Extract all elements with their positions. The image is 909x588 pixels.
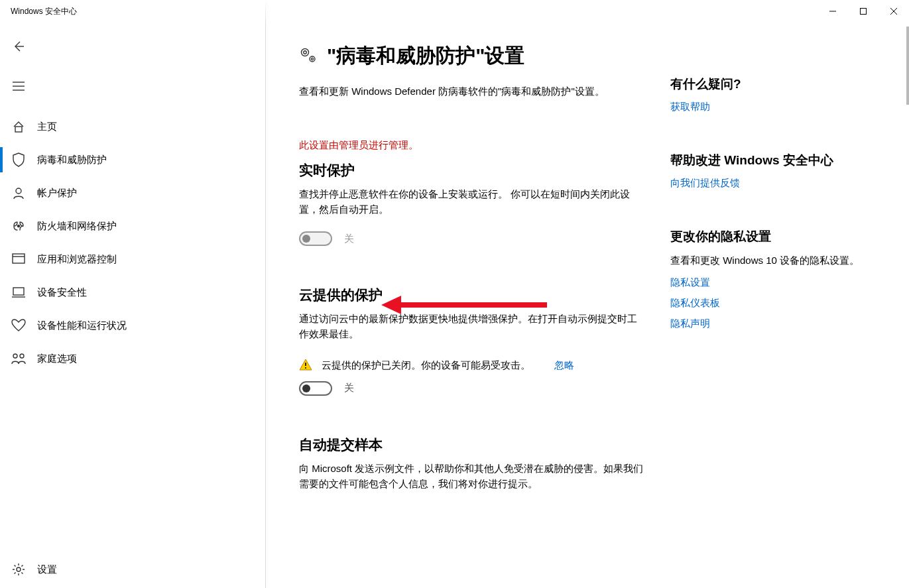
svg-point-10 <box>18 225 20 227</box>
dismiss-link[interactable]: 忽略 <box>554 359 574 372</box>
browser-icon <box>0 253 37 265</box>
shield-icon <box>0 152 37 167</box>
svg-point-21 <box>310 56 315 62</box>
sidebar-item-label: 设备安全性 <box>37 286 87 299</box>
health-icon <box>0 319 37 332</box>
privacy-statement-link[interactable]: 隐私声明 <box>670 318 882 330</box>
svg-rect-11 <box>13 254 25 263</box>
warning-icon <box>299 358 312 373</box>
svg-point-24 <box>305 367 306 369</box>
sidebar: 主页 病毒和威胁防护 帐户保护 防火墙和网络保护 应用和浏览器控制 设备安全性 <box>0 23 265 588</box>
back-button[interactable] <box>3 30 34 62</box>
svg-point-19 <box>302 48 309 56</box>
sidebar-item-device-security[interactable]: 设备安全性 <box>0 276 265 309</box>
section-sample: 自动提交样本 向 Microsoft 发送示例文件，以帮助你和其他人免受潜在威胁… <box>299 436 644 492</box>
svg-rect-8 <box>15 127 22 132</box>
section-heading-sample: 自动提交样本 <box>299 436 644 454</box>
side-help-heading: 有什么疑问? <box>670 76 882 93</box>
sidebar-item-family[interactable]: 家庭选项 <box>0 342 265 375</box>
sidebar-item-account[interactable]: 帐户保护 <box>0 176 265 209</box>
feedback-link[interactable]: 向我们提供反馈 <box>670 177 882 190</box>
sidebar-item-app-browser[interactable]: 应用和浏览器控制 <box>0 243 265 276</box>
svg-point-9 <box>16 188 21 194</box>
sidebar-item-label: 帐户保护 <box>37 187 77 200</box>
window-title: Windows 安全中心 <box>11 6 77 17</box>
sidebar-item-health[interactable]: 设备性能和运行状况 <box>0 309 265 342</box>
section-desc-sample: 向 Microsoft 发送示例文件，以帮助你和其他人免受潜在威胁的侵害。如果我… <box>299 461 644 492</box>
sidebar-item-label: 设备性能和运行状况 <box>37 320 127 332</box>
scrollbar-thumb[interactable] <box>906 27 909 105</box>
family-icon <box>0 353 37 365</box>
section-desc-realtime: 查找并停止恶意软件在你的设备上安装或运行。 你可以在短时间内关闭此设置，然后自动… <box>299 186 644 217</box>
svg-rect-13 <box>13 288 24 295</box>
sidebar-item-label: 主页 <box>37 121 57 133</box>
close-button[interactable] <box>879 0 909 23</box>
sidebar-item-virus[interactable]: 病毒和威胁防护 <box>0 143 265 176</box>
maximize-button[interactable] <box>848 0 879 23</box>
sidebar-item-home[interactable]: 主页 <box>0 110 265 143</box>
page-title: "病毒和威胁防护"设置 <box>327 42 524 70</box>
svg-point-17 <box>17 567 21 571</box>
side-feedback-heading: 帮助改进 Windows 安全中心 <box>670 152 882 169</box>
svg-point-20 <box>311 58 313 60</box>
side-privacy-heading: 更改你的隐私设置 <box>670 228 882 245</box>
page-subtitle: 查看和更新 Windows Defender 防病毒软件的"病毒和威胁防护"设置… <box>299 84 644 99</box>
svg-point-18 <box>304 50 306 53</box>
sidebar-item-label: 应用和浏览器控制 <box>37 253 117 266</box>
minimize-button[interactable] <box>818 0 848 23</box>
sidebar-item-label: 家庭选项 <box>37 353 77 365</box>
sidebar-item-label: 病毒和威胁防护 <box>37 154 107 166</box>
cloud-toggle-label: 关 <box>344 382 354 394</box>
settings-label: 设置 <box>37 563 57 576</box>
sidebar-item-firewall[interactable]: 防火墙和网络保护 <box>0 209 265 243</box>
sidebar-item-settings[interactable]: 设置 <box>0 551 265 588</box>
titlebar: Windows 安全中心 <box>0 0 909 23</box>
svg-rect-1 <box>861 9 867 15</box>
side-feedback: 帮助改进 Windows 安全中心 向我们提供反馈 <box>670 152 882 190</box>
settings-gears-icon <box>299 46 318 67</box>
privacy-settings-link[interactable]: 隐私设置 <box>670 276 882 289</box>
privacy-dashboard-link[interactable]: 隐私仪表板 <box>670 297 882 310</box>
home-icon <box>0 120 37 133</box>
hamburger-button[interactable] <box>3 70 34 102</box>
firewall-icon <box>0 220 37 232</box>
realtime-toggle-label: 关 <box>344 233 354 245</box>
svg-point-16 <box>20 354 24 358</box>
side-privacy: 更改你的隐私设置 查看和更改 Windows 10 设备的隐私设置。 隐私设置 … <box>670 228 882 330</box>
account-icon <box>0 186 37 200</box>
realtime-toggle[interactable] <box>299 231 332 246</box>
device-icon <box>0 287 37 298</box>
sidebar-item-label: 防火墙和网络保护 <box>37 220 117 233</box>
cloud-warning-text: 云提供的保护已关闭。你的设备可能易受攻击。 <box>322 359 530 372</box>
section-desc-cloud: 通过访问云中的最新保护数据更快地提供增强保护。在打开自动示例提交时工作效果最佳。 <box>299 311 644 342</box>
section-heading-cloud: 云提供的保护 <box>299 286 644 304</box>
gear-icon <box>0 563 37 576</box>
side-help: 有什么疑问? 获取帮助 <box>670 76 882 113</box>
section-cloud: 云提供的保护 通过访问云中的最新保护数据更快地提供增强保护。在打开自动示例提交时… <box>299 286 644 396</box>
side-privacy-blurb: 查看和更改 Windows 10 设备的隐私设置。 <box>670 253 882 268</box>
cloud-toggle[interactable] <box>299 381 332 396</box>
section-realtime: 此设置由管理员进行管理。 实时保护 查找并停止恶意软件在你的设备上安装或运行。 … <box>299 139 644 247</box>
section-heading-realtime: 实时保护 <box>299 161 644 180</box>
svg-point-15 <box>13 354 17 358</box>
window-controls <box>818 0 909 23</box>
admin-managed-notice: 此设置由管理员进行管理。 <box>299 139 644 152</box>
get-help-link[interactable]: 获取帮助 <box>670 101 882 113</box>
